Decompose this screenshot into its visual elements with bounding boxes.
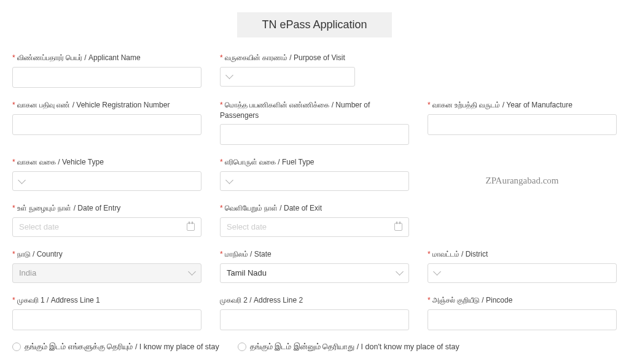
calendar-icon [394,223,402,231]
fuel-type-select[interactable] [220,171,409,191]
country-select: India [12,263,201,283]
country-label: *நாடு / Country [12,249,201,260]
state-label: *மாநிலம் / State [220,249,409,260]
address2-input[interactable] [220,309,409,330]
know-stay-radio-option[interactable]: தங்கும் இடம் எங்களுக்கு தெரியும் / I kno… [12,343,219,352]
date-exit-label: *வெளியேறும் நாள் / Date of Exit [220,203,409,214]
date-exit-input[interactable]: Select date [220,217,409,237]
purpose-label: *வருகையின் காரணம் / Purpose of Visit [220,53,409,63]
address2-label: முகவரி 2 / Address Line 2 [220,295,409,306]
fuel-type-label: *எரிபொருள் வகை / Fuel Type [220,157,409,168]
pincode-input[interactable] [428,309,617,330]
passengers-label: *மொத்த பயணிகளின் எண்ணிக்கை / Number of P… [220,100,409,121]
page-title: TN ePass Application [262,18,367,31]
radio-icon [238,343,246,351]
applicant-name-input[interactable] [12,67,201,88]
year-mfg-input[interactable] [428,114,617,135]
page-title-bar: TN ePass Application [237,12,391,37]
address1-input[interactable] [12,309,201,330]
date-entry-input[interactable]: Select date [12,217,201,237]
purpose-select[interactable] [220,67,355,87]
date-exit-placeholder: Select date [227,222,267,231]
year-mfg-label: *வாகன உற்பத்தி வருடம் / Year of Manufact… [428,100,617,110]
district-label: *மாவட்டம் / District [428,249,617,260]
watermark: ZPAurangabad.com [428,176,617,186]
vehicle-reg-label: *வாகன பதிவு எண் / Vehicle Registration N… [12,100,201,110]
vehicle-type-select[interactable] [12,171,201,191]
calendar-icon [187,223,195,231]
dont-know-stay-label: தங்கும் இடம் இன்னும் தெரியாது / I don't … [250,343,459,352]
form-container: *விண்ணப்பதாரர் பெயர் / Applicant Name *வ… [12,53,617,364]
applicant-name-label: *விண்ணப்பதாரர் பெயர் / Applicant Name [12,53,201,63]
dont-know-stay-radio-option[interactable]: தங்கும் இடம் இன்னும் தெரியாது / I don't … [238,343,459,352]
know-stay-label: தங்கும் இடம் எங்களுக்கு தெரியும் / I kno… [25,343,219,352]
radio-icon [12,343,21,351]
stay-radio-group: தங்கும் இடம் எங்களுக்கு தெரியும் / I kno… [12,343,617,352]
state-select[interactable]: Tamil Nadu [220,263,409,283]
vehicle-type-label: *வாகன வகை / Vehicle Type [12,157,201,168]
pincode-label: *அஞ்சல் குறியீடு / Pincode [428,295,617,306]
vehicle-reg-input[interactable] [12,114,201,135]
date-entry-label: *உள் நுழையும் நாள் / Date of Entry [12,203,201,214]
district-select[interactable] [428,263,617,283]
date-entry-placeholder: Select date [19,222,59,231]
address1-label: *முகவரி 1 / Address Line 1 [12,295,201,306]
passengers-input[interactable] [220,124,409,145]
